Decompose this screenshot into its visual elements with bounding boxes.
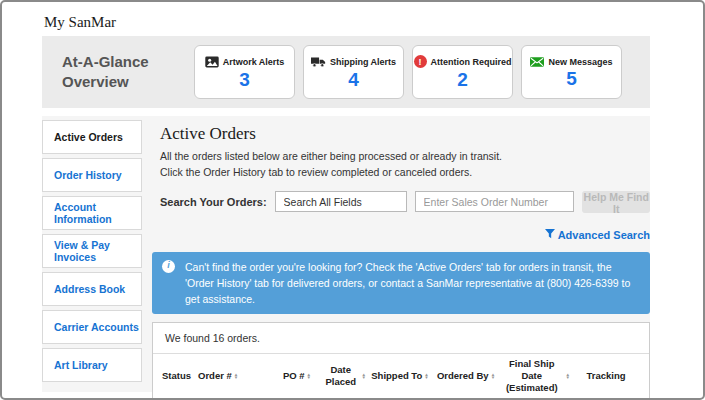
results-card: We found 16 orders. Status Order # ▲▼ PO…: [152, 322, 650, 400]
attention-required-card[interactable]: ! Attention Required 2: [412, 45, 513, 99]
column-header-shipped-to[interactable]: Shipped To ▲▼: [367, 366, 433, 386]
column-header-final-ship-date[interactable]: Final Ship Date (Estimated) ▲▼: [499, 354, 571, 398]
sidebar-item-view-pay-invoices[interactable]: View & Pay Invoices: [42, 234, 142, 268]
shipping-alerts-count: 4: [348, 70, 359, 89]
card-label: Attention Required: [431, 57, 512, 67]
sales-order-number-input[interactable]: [415, 191, 575, 212]
sort-icon[interactable]: ▲▼: [234, 373, 238, 380]
column-header-status: Status: [161, 366, 197, 386]
section-heading: Active Orders: [160, 124, 650, 144]
help-me-find-it-button[interactable]: Help Me Find It: [582, 191, 650, 213]
artwork-icon: [205, 56, 219, 68]
content-area: Active Orders Order History Account Info…: [42, 116, 650, 392]
sort-icon[interactable]: ▲▼: [362, 373, 366, 380]
sidebar-item-art-library[interactable]: Art Library: [42, 348, 142, 382]
alert-cards: Artwork Alerts 3 Shipping Alerts 4 ! Att…: [194, 45, 642, 99]
sort-icon[interactable]: ▲▼: [424, 373, 428, 380]
info-icon: i: [162, 260, 175, 273]
filter-icon: [545, 229, 555, 241]
at-a-glance-title: At-A-Glance Overview: [62, 52, 194, 93]
sidebar-item-account-information[interactable]: Account Information: [42, 196, 142, 230]
table-header-row: Status Order # ▲▼ PO # ▲▼ Date Placed ▲▼: [153, 354, 649, 398]
column-header-date-placed[interactable]: Date Placed ▲▼: [321, 360, 367, 392]
page-title: My SanMar: [2, 2, 703, 36]
column-header-ordered-by[interactable]: Ordered By ▲▼: [433, 366, 499, 386]
section-description: All the orders listed below are either b…: [160, 149, 650, 181]
search-row: Search Your Orders: Help Me Find It: [160, 191, 650, 213]
active-orders-panel: Active Orders All the orders listed belo…: [152, 116, 650, 392]
info-banner-text: Can't find the order you're looking for?…: [185, 261, 630, 306]
sort-icon[interactable]: ▲▼: [307, 373, 311, 380]
my-sanmar-page: My SanMar At-A-Glance Overview Artwork A…: [0, 0, 705, 400]
search-all-fields-input[interactable]: [275, 191, 407, 212]
sidebar: Active Orders Order History Account Info…: [42, 116, 142, 392]
new-messages-card[interactable]: New Messages 5: [521, 45, 622, 99]
card-label: Artwork Alerts: [223, 57, 285, 67]
advanced-search-link[interactable]: Advanced Search: [545, 229, 650, 241]
alert-icon: !: [414, 55, 427, 68]
attention-required-count: 2: [457, 70, 468, 89]
results-count-text: We found 16 orders.: [153, 323, 649, 354]
info-banner: i Can't find the order you're looking fo…: [152, 252, 650, 315]
column-header-order-number[interactable]: Order # ▲▼: [197, 366, 273, 386]
shipping-alerts-card[interactable]: Shipping Alerts 4: [303, 45, 404, 99]
sidebar-item-carrier-accounts[interactable]: Carrier Accounts: [42, 310, 142, 344]
sidebar-item-active-orders[interactable]: Active Orders: [42, 120, 142, 154]
card-label: Shipping Alerts: [330, 57, 396, 67]
advanced-search: Advanced Search: [152, 225, 650, 243]
new-messages-count: 5: [566, 69, 577, 88]
column-header-tracking: Tracking: [571, 366, 641, 386]
envelope-icon: [530, 57, 544, 67]
sidebar-item-address-book[interactable]: Address Book: [42, 272, 142, 306]
sort-icon[interactable]: ▲▼: [566, 373, 570, 380]
artwork-alerts-count: 3: [239, 70, 250, 89]
card-label: New Messages: [548, 57, 612, 67]
truck-icon: [311, 56, 326, 68]
sidebar-item-order-history[interactable]: Order History: [42, 158, 142, 192]
artwork-alerts-card[interactable]: Artwork Alerts 3: [194, 45, 295, 99]
at-a-glance-section: At-A-Glance Overview Artwork Alerts 3: [42, 36, 650, 108]
sort-icon[interactable]: ▲▼: [491, 373, 495, 380]
search-label: Search Your Orders:: [160, 196, 267, 208]
column-header-po-number[interactable]: PO # ▲▼: [273, 366, 321, 386]
